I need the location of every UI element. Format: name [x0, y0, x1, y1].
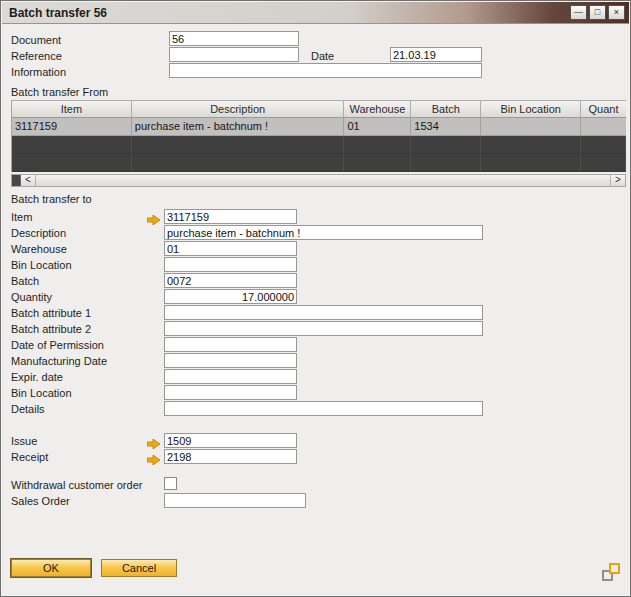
document-label: Document [11, 34, 61, 46]
batch-attribute-2-label: Batch attribute 2 [11, 323, 91, 335]
reference-input[interactable] [169, 47, 299, 62]
batch-attribute-2-input[interactable] [164, 321, 483, 336]
col-header-item[interactable]: Item [12, 100, 132, 118]
information-input[interactable] [169, 63, 482, 78]
scrollbar-split-handle[interactable] [12, 175, 21, 186]
minimize-icon: — [574, 8, 583, 17]
bin-location-2-label: Bin Location [11, 387, 72, 399]
cell-batch: 1534 [411, 118, 481, 136]
quantity-input[interactable] [164, 289, 297, 304]
date-input[interactable] [390, 47, 482, 62]
col-header-bin-location[interactable]: Bin Location [481, 100, 581, 118]
window-title: Batch transfer 56 [2, 6, 107, 20]
cell-item: 3117159 [12, 118, 132, 136]
issue-label: Issue [11, 435, 37, 447]
from-table-header: Item Description Warehouse Batch Bin Loc… [12, 100, 626, 118]
window-controls: — □ × [570, 5, 625, 20]
date-of-permission-label: Date of Permission [11, 339, 104, 351]
titlebar[interactable]: Batch transfer 56 — □ × [2, 2, 629, 24]
receipt-input[interactable] [164, 449, 297, 464]
link-arrow-icon[interactable] [147, 435, 161, 446]
table-empty-row [12, 154, 626, 172]
minimize-button[interactable]: — [570, 5, 587, 20]
batch-label: Batch [11, 275, 39, 287]
item-label: Item [11, 211, 32, 223]
close-icon: × [614, 8, 619, 17]
col-header-batch[interactable]: Batch [411, 100, 481, 118]
col-header-warehouse[interactable]: Warehouse [344, 100, 411, 118]
table-row[interactable]: 3117159 purchase item - batchnum ! 01 15… [12, 118, 626, 136]
maximize-icon: □ [595, 8, 600, 17]
scroll-left-icon: < [25, 174, 31, 185]
grip-orange-square [609, 563, 620, 574]
cell-quantity [581, 118, 626, 136]
bin-location-2-input[interactable] [164, 385, 297, 400]
cell-bin-location [481, 118, 581, 136]
item-input[interactable] [164, 209, 297, 224]
batch-input[interactable] [164, 273, 297, 288]
information-label: Information [11, 66, 66, 78]
manufacturing-date-input[interactable] [164, 353, 297, 368]
description-input[interactable] [164, 225, 483, 240]
details-input[interactable] [164, 401, 483, 416]
cancel-button[interactable]: Cancel [101, 559, 177, 577]
col-header-quantity[interactable]: Quant [581, 100, 626, 118]
link-arrow-icon[interactable] [147, 451, 161, 462]
col-header-description[interactable]: Description [132, 100, 345, 118]
from-table: Item Description Warehouse Batch Bin Loc… [11, 100, 626, 172]
quantity-label: Quantity [11, 291, 52, 303]
batch-attribute-1-input[interactable] [164, 305, 483, 320]
reference-label: Reference [11, 50, 62, 62]
manufacturing-date-label: Manufacturing Date [11, 355, 107, 367]
receipt-label: Receipt [11, 451, 48, 463]
scroll-right-button[interactable]: > [610, 175, 625, 186]
bin-location-label: Bin Location [11, 259, 72, 271]
cell-warehouse: 01 [344, 118, 411, 136]
resize-grip-icon[interactable] [602, 563, 620, 581]
ok-button[interactable]: OK [11, 559, 91, 577]
scrollbar-thumb[interactable] [36, 175, 610, 186]
details-label: Details [11, 403, 45, 415]
withdrawal-customer-order-label: Withdrawal customer order [11, 479, 142, 491]
sales-order-input[interactable] [164, 493, 306, 508]
expir-date-label: Expir. date [11, 371, 63, 383]
table-empty-row [12, 136, 626, 154]
withdrawal-checkbox[interactable] [164, 477, 177, 490]
issue-input[interactable] [164, 433, 297, 448]
from-section-title: Batch transfer From [11, 86, 108, 98]
close-button[interactable]: × [608, 5, 625, 20]
expir-date-input[interactable] [164, 369, 297, 384]
scroll-right-icon: > [615, 174, 621, 185]
date-label: Date [311, 50, 334, 62]
document-input[interactable] [169, 31, 299, 46]
sales-order-label: Sales Order [11, 495, 70, 507]
warehouse-input[interactable] [164, 241, 297, 256]
to-section-title: Batch transfer to [11, 193, 92, 205]
scroll-left-button[interactable]: < [21, 175, 36, 186]
bin-location-input[interactable] [164, 257, 297, 272]
date-of-permission-input[interactable] [164, 337, 297, 352]
warehouse-label: Warehouse [11, 243, 67, 255]
horizontal-scrollbar[interactable]: < > [11, 174, 626, 187]
maximize-button[interactable]: □ [589, 5, 606, 20]
batch-attribute-1-label: Batch attribute 1 [11, 307, 91, 319]
description-label: Description [11, 227, 66, 239]
cell-description: purchase item - batchnum ! [132, 118, 345, 136]
link-arrow-icon[interactable] [147, 211, 161, 222]
batch-transfer-window: Batch transfer 56 — □ × Document Referen… [0, 0, 631, 597]
